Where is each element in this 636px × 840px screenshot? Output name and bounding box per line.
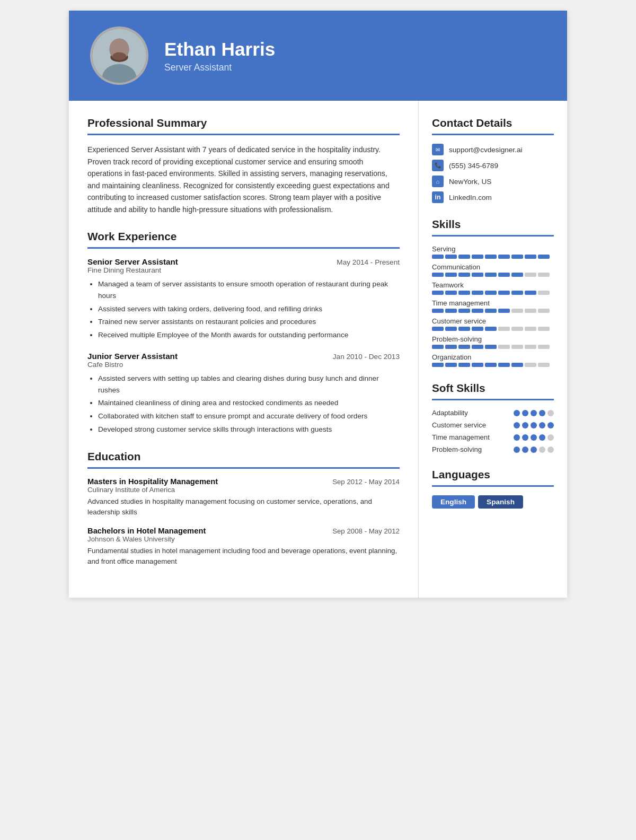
soft-skill-name: Adaptability: [432, 409, 468, 417]
skill-bar: [432, 327, 554, 331]
skill-bar-segment: [538, 291, 550, 295]
job-bullet: Developed strong customer service skills…: [98, 424, 400, 435]
education-title: Education: [87, 450, 400, 463]
skill-item: Serving: [432, 245, 554, 259]
soft-skill-dot: [547, 422, 554, 428]
skill-bar-segment: [511, 309, 523, 313]
summary-text: Experienced Server Assistant with 7 year…: [87, 144, 400, 215]
edu-degree: Bachelors in Hotel Management: [87, 527, 206, 535]
skill-bar-segment: [538, 255, 550, 259]
soft-skill-dot: [514, 410, 520, 416]
languages-divider: [432, 485, 554, 487]
skill-bar-segment: [511, 363, 523, 367]
skill-bar-segment: [498, 255, 510, 259]
skill-bar-segment: [458, 327, 470, 331]
skill-bar-segment: [485, 345, 497, 349]
job-company: Cafe Bistro: [87, 361, 400, 369]
svg-point-5: [112, 52, 126, 60]
skill-bar: [432, 363, 554, 367]
skill-bar-segment: [472, 363, 483, 367]
skill-name: Organization: [432, 353, 554, 361]
skill-bar-segment: [458, 309, 470, 313]
resume-container: Ethan Harris Server Assistant Profession…: [69, 11, 567, 598]
work-divider: [87, 247, 400, 249]
soft-skills-section: Soft Skills AdaptabilityCustomer service…: [432, 382, 554, 453]
edu-header: Masters in Hospitality Management Sep 20…: [87, 477, 400, 486]
avatar: [90, 27, 148, 85]
soft-skill-dot: [539, 410, 545, 416]
summary-section: Professional Summary Experienced Server …: [87, 117, 400, 215]
skill-bar: [432, 255, 554, 259]
email-icon: ✉: [432, 144, 444, 155]
resume-body: Professional Summary Experienced Server …: [69, 101, 567, 598]
skill-bar-segment: [511, 291, 523, 295]
skill-bar-segment: [432, 345, 444, 349]
skill-bar-segment: [472, 345, 483, 349]
skill-bar-segment: [445, 291, 457, 295]
skill-bar-segment: [538, 327, 550, 331]
work-experience-title: Work Experience: [87, 230, 400, 243]
skill-item: Organization: [432, 353, 554, 367]
edu-school: Culinary Institute of America: [87, 486, 400, 494]
skill-bar-segment: [432, 327, 444, 331]
job-item: Senior Server Assistant May 2014 - Prese…: [87, 257, 400, 341]
skill-bar-segment: [472, 273, 483, 277]
soft-skill-item: Adaptability: [432, 409, 554, 417]
soft-skill-name: Problem-solving: [432, 445, 482, 453]
skill-bar-segment: [538, 309, 550, 313]
soft-skill-dot: [539, 434, 545, 441]
contact-linkedin: in LinkedIn.com: [432, 191, 554, 203]
skill-bar-segment: [445, 255, 457, 259]
skill-bar-segment: [511, 273, 523, 277]
skill-item: Problem-solving: [432, 335, 554, 349]
skill-bar-segment: [445, 309, 457, 313]
skill-bar-segment: [525, 255, 536, 259]
skill-bar-segment: [525, 345, 536, 349]
linkedin-value: LinkedIn.com: [449, 194, 492, 202]
edu-school: Johnson & Wales University: [87, 535, 400, 543]
skill-bar-segment: [525, 327, 536, 331]
right-column: Contact Details ✉ support@cvdesigner.ai …: [419, 101, 567, 598]
skill-name: Serving: [432, 245, 554, 253]
skills-section: Skills ServingCommunicationTeamworkTime …: [432, 218, 554, 367]
contact-email: ✉ support@cvdesigner.ai: [432, 144, 554, 155]
soft-skill-dot: [514, 447, 520, 453]
skill-bar-segment: [432, 291, 444, 295]
language-tag: English: [432, 495, 475, 509]
contact-location: ⌂ NewYork, US: [432, 176, 554, 187]
soft-skill-dot: [547, 410, 554, 416]
job-bullet: Maintained cleanliness of dining area an…: [98, 397, 400, 409]
work-experience-section: Work Experience Senior Server Assistant …: [87, 230, 400, 435]
skill-bar-segment: [538, 273, 550, 277]
skill-bar-segment: [525, 291, 536, 295]
job-company: Fine Dining Restaurant: [87, 266, 400, 274]
edu-dates: Sep 2012 - May 2014: [332, 478, 400, 486]
job-bullet: Received multiple Employee of the Month …: [98, 329, 400, 341]
job-dates: Jan 2010 - Dec 2013: [333, 353, 400, 361]
job-bullet: Assisted servers with setting up tables …: [98, 373, 400, 396]
skill-bar-segment: [498, 345, 510, 349]
skill-bar-segment: [472, 255, 483, 259]
job-header: Junior Server Assistant Jan 2010 - Dec 2…: [87, 352, 400, 361]
skills-divider: [432, 235, 554, 237]
left-column: Professional Summary Experienced Server …: [69, 101, 419, 598]
job-bullets: Managed a team of server assistants to e…: [87, 278, 400, 341]
soft-skills-list: AdaptabilityCustomer serviceTime managem…: [432, 409, 554, 453]
soft-skill-dot: [539, 422, 545, 428]
soft-skill-dot: [522, 422, 528, 428]
languages-list: EnglishSpanish: [432, 495, 554, 509]
skills-title: Skills: [432, 218, 554, 231]
skill-bar-segment: [498, 273, 510, 277]
linkedin-icon: in: [432, 191, 444, 203]
job-bullet: Collaborated with kitchen staff to ensur…: [98, 410, 400, 422]
soft-skill-item: Time management: [432, 433, 554, 441]
soft-skill-dots: [514, 422, 554, 428]
job-title: Junior Server Assistant: [87, 352, 178, 361]
soft-skill-dot: [514, 434, 520, 441]
soft-skill-item: Customer service: [432, 421, 554, 429]
soft-skills-divider: [432, 399, 554, 400]
skills-list: ServingCommunicationTeamworkTime managem…: [432, 245, 554, 367]
skill-bar-segment: [432, 309, 444, 313]
job-bullet: Managed a team of server assistants to e…: [98, 278, 400, 302]
contact-phone: 📞 (555) 345-6789: [432, 160, 554, 171]
